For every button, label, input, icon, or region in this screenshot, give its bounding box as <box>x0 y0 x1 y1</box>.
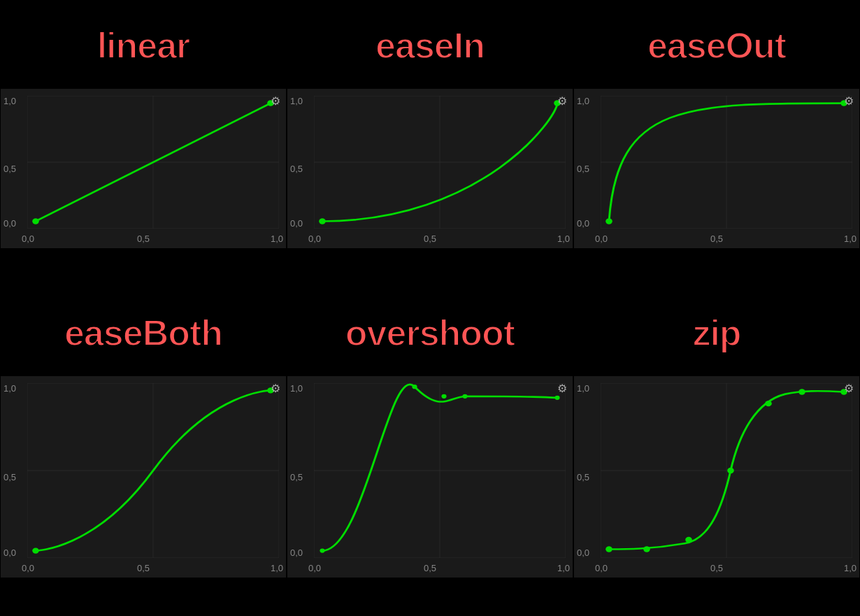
title-easein: easeIn <box>287 0 573 88</box>
y-label-05-easein: 0,5 <box>290 164 303 174</box>
chart-zip: 1,0 0,5 0,0 0,0 0,5 1,0 ⚙ <box>573 375 860 578</box>
x-label-05-easeboth: 0,5 <box>137 563 150 573</box>
gear-icon-easein[interactable]: ⚙ <box>557 94 567 108</box>
y-label-00-easeout: 0,0 <box>577 218 589 229</box>
y-label-05-overshoot: 0,5 <box>290 471 303 482</box>
x-label-10-linear: 1,0 <box>271 234 283 244</box>
svg-point-53 <box>727 468 734 473</box>
svg-point-42 <box>462 394 467 398</box>
svg-easeboth <box>27 383 279 558</box>
y-label-10-zip: 1,0 <box>577 383 589 394</box>
svg-linear <box>27 96 279 229</box>
title-overshoot: overshoot <box>287 287 573 375</box>
svg-point-7 <box>32 218 39 224</box>
x-label-10-easein: 1,0 <box>557 234 570 244</box>
gear-icon-linear[interactable]: ⚙ <box>271 94 280 108</box>
svg-point-31 <box>32 547 39 553</box>
svg-overshoot <box>314 383 566 558</box>
gear-icon-easeout[interactable]: ⚙ <box>844 94 854 108</box>
svg-easein <box>314 96 566 229</box>
y-label-10-easeboth: 1,0 <box>3 383 16 394</box>
x-label-00-easein: 0,0 <box>308 234 321 244</box>
y-label-00-overshoot: 0,0 <box>290 547 303 558</box>
gear-icon-zip[interactable]: ⚙ <box>844 382 854 395</box>
title-zip: zip <box>573 287 860 375</box>
y-label-10-overshoot: 1,0 <box>290 383 303 394</box>
title-linear: linear <box>0 0 287 88</box>
title-easeout: easeOut <box>573 0 860 88</box>
x-label-10-easeout: 1,0 <box>844 234 857 244</box>
y-label-00-linear: 0,0 <box>3 218 16 229</box>
svg-easeout <box>601 96 852 229</box>
svg-point-23 <box>605 218 612 224</box>
x-label-10-overshoot: 1,0 <box>557 563 570 573</box>
svg-point-55 <box>798 389 805 394</box>
x-label-00-zip: 0,0 <box>595 563 608 573</box>
gear-icon-easeboth[interactable]: ⚙ <box>271 382 280 395</box>
y-label-10-easein: 1,0 <box>290 96 303 106</box>
x-label-00-linear: 0,0 <box>22 234 34 244</box>
y-label-05-zip: 0,5 <box>577 471 589 482</box>
x-label-10-zip: 1,0 <box>844 563 857 573</box>
svg-point-40 <box>412 385 417 389</box>
title-easeboth: easeBoth <box>0 287 287 375</box>
svg-point-15 <box>319 218 326 224</box>
svg-point-50 <box>605 546 612 552</box>
svg-point-41 <box>441 394 446 398</box>
x-label-05-easeout: 0,5 <box>710 234 723 244</box>
svg-point-51 <box>643 546 650 552</box>
svg-point-39 <box>320 548 324 552</box>
y-label-00-easein: 0,0 <box>290 218 303 229</box>
svg-point-52 <box>685 537 692 543</box>
y-label-10-easeout: 1,0 <box>577 96 589 106</box>
x-label-05-zip: 0,5 <box>710 563 723 573</box>
chart-easein: 1,0 0,5 0,0 0,0 0,5 1,0 ⚙ <box>287 88 573 249</box>
x-label-05-easein: 0,5 <box>424 234 436 244</box>
gear-icon-overshoot[interactable]: ⚙ <box>557 382 567 395</box>
chart-overshoot: 1,0 0,5 0,0 0,0 0,5 1,0 ⚙ <box>287 375 573 578</box>
svg-point-43 <box>554 395 559 399</box>
y-label-05-linear: 0,5 <box>3 164 16 174</box>
x-label-00-easeout: 0,0 <box>595 234 608 244</box>
svg-zip <box>601 383 852 558</box>
y-label-05-easeout: 0,5 <box>577 164 589 174</box>
y-label-05-easeboth: 0,5 <box>3 471 16 482</box>
chart-linear: 1,0 0,5 0,0 0,0 0,5 1,0 ⚙ <box>0 88 287 249</box>
x-label-10-easeboth: 1,0 <box>271 563 283 573</box>
chart-easeout: 1,0 0,5 0,0 0,0 0,5 1,0 ⚙ <box>573 88 860 249</box>
y-label-10-linear: 1,0 <box>3 96 16 106</box>
x-label-05-linear: 0,5 <box>137 234 150 244</box>
svg-point-54 <box>765 401 772 406</box>
y-label-00-easeboth: 0,0 <box>3 547 16 558</box>
chart-easeboth: 1,0 0,5 0,0 0,0 0,5 1,0 ⚙ <box>0 375 287 578</box>
x-label-05-overshoot: 0,5 <box>424 563 436 573</box>
y-label-00-zip: 0,0 <box>577 547 589 558</box>
x-label-00-easeboth: 0,0 <box>22 563 34 573</box>
x-label-00-overshoot: 0,0 <box>308 563 321 573</box>
